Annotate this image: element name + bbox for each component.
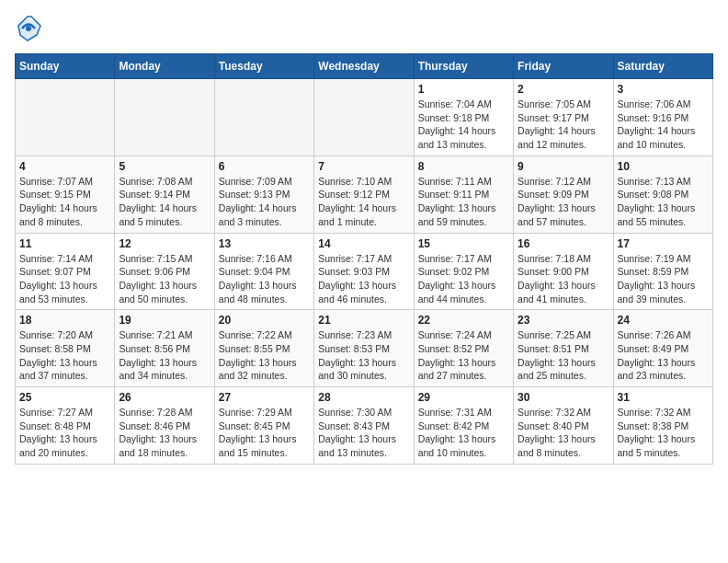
- day-number: 15: [418, 237, 509, 250]
- day-info: Sunrise: 7:29 AM Sunset: 8:45 PM Dayligh…: [219, 406, 310, 460]
- day-number: 22: [418, 314, 509, 327]
- day-number: 20: [219, 314, 310, 327]
- day-info: Sunrise: 7:10 AM Sunset: 9:12 PM Dayligh…: [318, 175, 409, 229]
- calendar-cell: 24Sunrise: 7:26 AM Sunset: 8:49 PM Dayli…: [613, 310, 712, 387]
- calendar-cell: 1Sunrise: 7:04 AM Sunset: 9:18 PM Daylig…: [414, 79, 513, 156]
- calendar-cell: 9Sunrise: 7:12 AM Sunset: 9:09 PM Daylig…: [514, 155, 613, 233]
- calendar-cell: 18Sunrise: 7:20 AM Sunset: 8:58 PM Dayli…: [16, 310, 115, 387]
- day-info: Sunrise: 7:24 AM Sunset: 8:52 PM Dayligh…: [418, 328, 509, 383]
- calendar-cell: 4Sunrise: 7:07 AM Sunset: 9:15 PM Daylig…: [16, 155, 115, 233]
- calendar-cell: 3Sunrise: 7:06 AM Sunset: 9:16 PM Daylig…: [613, 79, 712, 156]
- day-info: Sunrise: 7:06 AM Sunset: 9:16 PM Dayligh…: [618, 98, 709, 152]
- day-info: Sunrise: 7:27 AM Sunset: 8:48 PM Dayligh…: [19, 406, 110, 460]
- day-number: 11: [19, 237, 110, 250]
- calendar-cell: 27Sunrise: 7:29 AM Sunset: 8:45 PM Dayli…: [214, 387, 313, 465]
- calendar-cell: 8Sunrise: 7:11 AM Sunset: 9:11 PM Daylig…: [414, 155, 513, 233]
- calendar-cell: 15Sunrise: 7:17 AM Sunset: 9:02 PM Dayli…: [414, 233, 513, 310]
- calendar-cell: 12Sunrise: 7:15 AM Sunset: 9:06 PM Dayli…: [115, 233, 214, 310]
- day-info: Sunrise: 7:15 AM Sunset: 9:06 PM Dayligh…: [119, 252, 210, 306]
- calendar-cell: 26Sunrise: 7:28 AM Sunset: 8:46 PM Dayli…: [115, 387, 214, 465]
- day-info: Sunrise: 7:32 AM Sunset: 8:38 PM Dayligh…: [618, 406, 709, 460]
- calendar-cell: 20Sunrise: 7:22 AM Sunset: 8:55 PM Dayli…: [214, 310, 313, 387]
- day-number: 12: [119, 237, 210, 250]
- calendar-cell: [115, 79, 214, 156]
- day-info: Sunrise: 7:21 AM Sunset: 8:56 PM Dayligh…: [119, 328, 210, 383]
- calendar-cell: 6Sunrise: 7:09 AM Sunset: 9:13 PM Daylig…: [214, 155, 313, 233]
- day-number: 3: [618, 83, 709, 96]
- calendar-cell: 10Sunrise: 7:13 AM Sunset: 9:08 PM Dayli…: [613, 155, 712, 233]
- day-info: Sunrise: 7:26 AM Sunset: 8:49 PM Dayligh…: [618, 328, 709, 383]
- day-number: 2: [518, 83, 609, 96]
- week-row-1: 1Sunrise: 7:04 AM Sunset: 9:18 PM Daylig…: [16, 79, 713, 156]
- day-info: Sunrise: 7:28 AM Sunset: 8:46 PM Dayligh…: [119, 406, 210, 460]
- day-info: Sunrise: 7:31 AM Sunset: 8:42 PM Dayligh…: [418, 406, 509, 460]
- calendar-cell: 22Sunrise: 7:24 AM Sunset: 8:52 PM Dayli…: [414, 310, 513, 387]
- weekday-thursday: Thursday: [414, 54, 513, 79]
- week-row-3: 11Sunrise: 7:14 AM Sunset: 9:07 PM Dayli…: [16, 233, 713, 310]
- calendar-cell: 7Sunrise: 7:10 AM Sunset: 9:12 PM Daylig…: [314, 155, 414, 233]
- day-info: Sunrise: 7:05 AM Sunset: 9:17 PM Dayligh…: [518, 98, 609, 152]
- day-info: Sunrise: 7:11 AM Sunset: 9:11 PM Dayligh…: [418, 175, 509, 229]
- day-info: Sunrise: 7:23 AM Sunset: 8:53 PM Dayligh…: [318, 328, 409, 383]
- weekday-sunday: Sunday: [16, 54, 115, 79]
- day-info: Sunrise: 7:17 AM Sunset: 9:03 PM Dayligh…: [318, 252, 409, 306]
- calendar-cell: 14Sunrise: 7:17 AM Sunset: 9:03 PM Dayli…: [314, 233, 414, 310]
- day-number: 28: [318, 391, 409, 404]
- calendar-table: SundayMondayTuesdayWednesdayThursdayFrid…: [15, 53, 713, 465]
- day-info: Sunrise: 7:04 AM Sunset: 9:18 PM Dayligh…: [418, 98, 509, 152]
- calendar-cell: 17Sunrise: 7:19 AM Sunset: 8:59 PM Dayli…: [613, 233, 712, 310]
- day-info: Sunrise: 7:07 AM Sunset: 9:15 PM Dayligh…: [19, 175, 110, 229]
- day-number: 18: [19, 314, 110, 327]
- calendar-cell: 21Sunrise: 7:23 AM Sunset: 8:53 PM Dayli…: [314, 310, 414, 387]
- day-info: Sunrise: 7:32 AM Sunset: 8:40 PM Dayligh…: [518, 406, 609, 460]
- weekday-saturday: Saturday: [613, 54, 712, 79]
- day-info: Sunrise: 7:20 AM Sunset: 8:58 PM Dayligh…: [19, 328, 110, 383]
- day-info: Sunrise: 7:16 AM Sunset: 9:04 PM Dayligh…: [219, 252, 310, 306]
- calendar-cell: 11Sunrise: 7:14 AM Sunset: 9:07 PM Dayli…: [16, 233, 115, 310]
- day-info: Sunrise: 7:13 AM Sunset: 9:08 PM Dayligh…: [618, 175, 709, 229]
- day-number: 5: [119, 160, 210, 173]
- day-number: 7: [318, 160, 409, 173]
- calendar-cell: [16, 79, 115, 156]
- day-number: 14: [318, 237, 409, 250]
- day-info: Sunrise: 7:18 AM Sunset: 9:00 PM Dayligh…: [518, 252, 609, 306]
- day-number: 25: [19, 391, 110, 404]
- logo-icon: [15, 15, 42, 42]
- weekday-header: SundayMondayTuesdayWednesdayThursdayFrid…: [16, 54, 713, 79]
- calendar-cell: 5Sunrise: 7:08 AM Sunset: 9:14 PM Daylig…: [115, 155, 214, 233]
- weekday-friday: Friday: [514, 54, 613, 79]
- day-number: 8: [418, 160, 509, 173]
- calendar-cell: 23Sunrise: 7:25 AM Sunset: 8:51 PM Dayli…: [514, 310, 613, 387]
- weekday-monday: Monday: [115, 54, 214, 79]
- day-number: 17: [618, 237, 709, 250]
- day-number: 13: [219, 237, 310, 250]
- day-number: 6: [219, 160, 310, 173]
- day-number: 30: [518, 391, 609, 404]
- day-info: Sunrise: 7:12 AM Sunset: 9:09 PM Dayligh…: [518, 175, 609, 229]
- calendar-cell: 28Sunrise: 7:30 AM Sunset: 8:43 PM Dayli…: [314, 387, 414, 465]
- day-info: Sunrise: 7:25 AM Sunset: 8:51 PM Dayligh…: [518, 328, 609, 383]
- calendar-cell: 16Sunrise: 7:18 AM Sunset: 9:00 PM Dayli…: [514, 233, 613, 310]
- day-number: 16: [518, 237, 609, 250]
- day-info: Sunrise: 7:09 AM Sunset: 9:13 PM Dayligh…: [219, 175, 310, 229]
- calendar-cell: [314, 79, 414, 156]
- day-info: Sunrise: 7:08 AM Sunset: 9:14 PM Dayligh…: [119, 175, 210, 229]
- day-number: 4: [19, 160, 110, 173]
- week-row-4: 18Sunrise: 7:20 AM Sunset: 8:58 PM Dayli…: [16, 310, 713, 387]
- weekday-wednesday: Wednesday: [314, 54, 414, 79]
- calendar-cell: 25Sunrise: 7:27 AM Sunset: 8:48 PM Dayli…: [16, 387, 115, 465]
- calendar-body: 1Sunrise: 7:04 AM Sunset: 9:18 PM Daylig…: [16, 79, 713, 465]
- logo: [15, 15, 46, 42]
- weekday-tuesday: Tuesday: [214, 54, 313, 79]
- svg-point-2: [26, 26, 31, 31]
- calendar-cell: 31Sunrise: 7:32 AM Sunset: 8:38 PM Dayli…: [613, 387, 712, 465]
- calendar-cell: [214, 79, 313, 156]
- day-number: 9: [518, 160, 609, 173]
- day-number: 31: [618, 391, 709, 404]
- day-info: Sunrise: 7:14 AM Sunset: 9:07 PM Dayligh…: [19, 252, 110, 306]
- day-number: 1: [418, 83, 509, 96]
- calendar-cell: 29Sunrise: 7:31 AM Sunset: 8:42 PM Dayli…: [414, 387, 513, 465]
- week-row-5: 25Sunrise: 7:27 AM Sunset: 8:48 PM Dayli…: [16, 387, 713, 465]
- day-number: 21: [318, 314, 409, 327]
- week-row-2: 4Sunrise: 7:07 AM Sunset: 9:15 PM Daylig…: [16, 155, 713, 233]
